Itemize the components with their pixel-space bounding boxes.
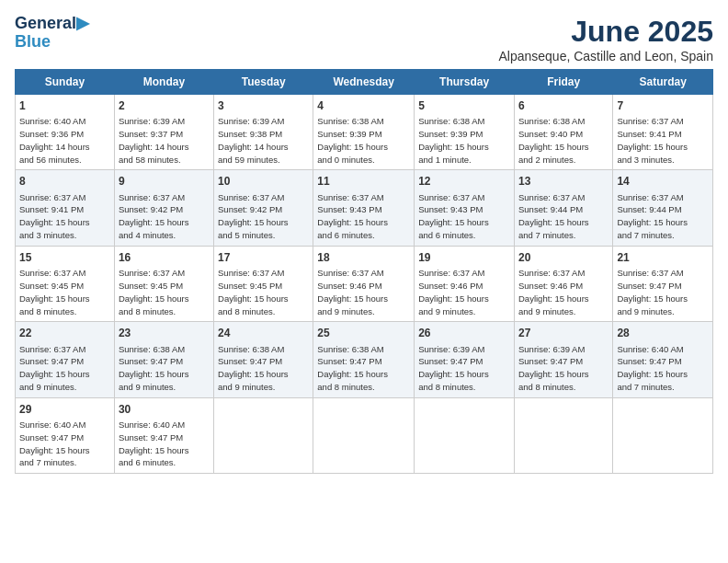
day-cell: 28Sunrise: 6:40 AM Sunset: 9:47 PM Dayli… (613, 322, 713, 397)
header-cell-saturday: Saturday (613, 70, 713, 95)
day-number: 21 (617, 250, 709, 265)
day-cell: 24Sunrise: 6:38 AM Sunset: 9:47 PM Dayli… (214, 322, 313, 397)
day-info: Sunrise: 6:37 AM Sunset: 9:45 PM Dayligh… (119, 268, 189, 316)
day-number: 19 (418, 250, 510, 265)
header-cell-thursday: Thursday (415, 70, 515, 95)
day-cell (613, 397, 713, 473)
day-info: Sunrise: 6:37 AM Sunset: 9:46 PM Dayligh… (418, 268, 489, 316)
location-subtitle: Alpanseque, Castille and Leon, Spain (498, 49, 713, 63)
day-cell: 22Sunrise: 6:37 AM Sunset: 9:47 PM Dayli… (16, 322, 115, 397)
day-number: 24 (218, 326, 309, 340)
day-number: 28 (617, 326, 709, 340)
day-info: Sunrise: 6:38 AM Sunset: 9:39 PM Dayligh… (418, 116, 489, 164)
day-number: 5 (418, 98, 510, 113)
day-cell: 29Sunrise: 6:40 AM Sunset: 9:47 PM Dayli… (16, 397, 115, 473)
day-cell: 6Sunrise: 6:38 AM Sunset: 9:40 PM Daylig… (514, 95, 612, 170)
day-info: Sunrise: 6:37 AM Sunset: 9:46 PM Dayligh… (518, 268, 589, 316)
header-cell-friday: Friday (514, 70, 612, 95)
day-cell: 14Sunrise: 6:37 AM Sunset: 9:44 PM Dayli… (613, 170, 713, 246)
day-info: Sunrise: 6:38 AM Sunset: 9:47 PM Dayligh… (218, 344, 289, 392)
month-title: June 2025 (498, 15, 713, 49)
day-cell: 3Sunrise: 6:39 AM Sunset: 9:38 PM Daylig… (214, 95, 313, 170)
day-info: Sunrise: 6:37 AM Sunset: 9:47 PM Dayligh… (617, 268, 688, 316)
day-number: 7 (617, 98, 709, 113)
logo-triangle-icon: ▶ (76, 14, 89, 32)
day-number: 22 (19, 326, 110, 340)
day-number: 29 (19, 402, 110, 417)
day-info: Sunrise: 6:37 AM Sunset: 9:41 PM Dayligh… (19, 192, 90, 240)
day-info: Sunrise: 6:37 AM Sunset: 9:41 PM Dayligh… (617, 116, 688, 164)
header-cell-monday: Monday (114, 70, 213, 95)
day-cell: 15Sunrise: 6:37 AM Sunset: 9:45 PM Dayli… (16, 246, 115, 321)
week-row-1: 1Sunrise: 6:40 AM Sunset: 9:36 PM Daylig… (16, 95, 713, 170)
day-number: 8 (19, 174, 110, 189)
logo-text-line2: Blue (15, 33, 51, 52)
day-cell: 7Sunrise: 6:37 AM Sunset: 9:41 PM Daylig… (613, 95, 713, 170)
week-row-3: 15Sunrise: 6:37 AM Sunset: 9:45 PM Dayli… (16, 246, 713, 321)
day-number: 27 (518, 326, 609, 340)
calendar-header: SundayMondayTuesdayWednesdayThursdayFrid… (16, 70, 713, 95)
calendar-body: 1Sunrise: 6:40 AM Sunset: 9:36 PM Daylig… (16, 95, 713, 474)
day-number: 6 (518, 98, 609, 113)
day-number: 12 (418, 174, 510, 189)
day-cell: 16Sunrise: 6:37 AM Sunset: 9:45 PM Dayli… (114, 246, 213, 321)
day-info: Sunrise: 6:40 AM Sunset: 9:47 PM Dayligh… (19, 419, 90, 467)
day-number: 30 (119, 402, 210, 417)
day-cell: 18Sunrise: 6:37 AM Sunset: 9:46 PM Dayli… (313, 246, 415, 321)
day-info: Sunrise: 6:39 AM Sunset: 9:47 PM Dayligh… (518, 344, 589, 392)
day-number: 4 (317, 98, 410, 113)
day-info: Sunrise: 6:37 AM Sunset: 9:43 PM Dayligh… (317, 192, 388, 240)
day-number: 10 (218, 174, 309, 189)
day-cell: 8Sunrise: 6:37 AM Sunset: 9:41 PM Daylig… (16, 170, 115, 246)
header-cell-sunday: Sunday (16, 70, 115, 95)
header-cell-wednesday: Wednesday (313, 70, 415, 95)
header-cell-tuesday: Tuesday (214, 70, 313, 95)
day-cell: 20Sunrise: 6:37 AM Sunset: 9:46 PM Dayli… (514, 246, 612, 321)
day-cell: 9Sunrise: 6:37 AM Sunset: 9:42 PM Daylig… (114, 170, 213, 246)
day-cell: 19Sunrise: 6:37 AM Sunset: 9:46 PM Dayli… (415, 246, 515, 321)
day-cell: 23Sunrise: 6:38 AM Sunset: 9:47 PM Dayli… (114, 322, 213, 397)
day-cell (415, 397, 515, 473)
day-number: 11 (317, 174, 410, 189)
day-info: Sunrise: 6:37 AM Sunset: 9:45 PM Dayligh… (19, 268, 90, 316)
day-number: 25 (317, 326, 410, 340)
day-number: 16 (119, 250, 210, 265)
day-number: 23 (119, 326, 210, 340)
day-cell: 17Sunrise: 6:37 AM Sunset: 9:45 PM Dayli… (214, 246, 313, 321)
day-cell: 4Sunrise: 6:38 AM Sunset: 9:39 PM Daylig… (313, 95, 415, 170)
day-cell: 10Sunrise: 6:37 AM Sunset: 9:42 PM Dayli… (214, 170, 313, 246)
title-block: June 2025 Alpanseque, Castille and Leon,… (498, 15, 713, 63)
day-number: 3 (218, 98, 309, 113)
day-info: Sunrise: 6:37 AM Sunset: 9:45 PM Dayligh… (218, 268, 289, 316)
day-cell: 30Sunrise: 6:40 AM Sunset: 9:47 PM Dayli… (114, 397, 213, 473)
header-row: SundayMondayTuesdayWednesdayThursdayFrid… (16, 70, 713, 95)
day-cell: 11Sunrise: 6:37 AM Sunset: 9:43 PM Dayli… (313, 170, 415, 246)
day-cell: 1Sunrise: 6:40 AM Sunset: 9:36 PM Daylig… (16, 95, 115, 170)
day-info: Sunrise: 6:38 AM Sunset: 9:47 PM Dayligh… (317, 344, 388, 392)
day-number: 17 (218, 250, 309, 265)
day-cell: 12Sunrise: 6:37 AM Sunset: 9:43 PM Dayli… (415, 170, 515, 246)
week-row-4: 22Sunrise: 6:37 AM Sunset: 9:47 PM Dayli… (16, 322, 713, 397)
day-info: Sunrise: 6:37 AM Sunset: 9:42 PM Dayligh… (218, 192, 289, 240)
day-info: Sunrise: 6:38 AM Sunset: 9:40 PM Dayligh… (518, 116, 589, 164)
day-info: Sunrise: 6:37 AM Sunset: 9:42 PM Dayligh… (119, 192, 189, 240)
day-cell: 25Sunrise: 6:38 AM Sunset: 9:47 PM Dayli… (313, 322, 415, 397)
day-number: 20 (518, 250, 609, 265)
day-info: Sunrise: 6:40 AM Sunset: 9:36 PM Dayligh… (19, 116, 90, 164)
day-cell: 27Sunrise: 6:39 AM Sunset: 9:47 PM Dayli… (514, 322, 612, 397)
week-row-5: 29Sunrise: 6:40 AM Sunset: 9:47 PM Dayli… (16, 397, 713, 473)
day-info: Sunrise: 6:37 AM Sunset: 9:47 PM Dayligh… (19, 344, 90, 392)
week-row-2: 8Sunrise: 6:37 AM Sunset: 9:41 PM Daylig… (16, 170, 713, 246)
day-number: 1 (19, 98, 110, 113)
day-info: Sunrise: 6:37 AM Sunset: 9:43 PM Dayligh… (418, 192, 489, 240)
day-info: Sunrise: 6:39 AM Sunset: 9:38 PM Dayligh… (218, 116, 289, 164)
day-info: Sunrise: 6:38 AM Sunset: 9:47 PM Dayligh… (119, 344, 189, 392)
day-cell: 21Sunrise: 6:37 AM Sunset: 9:47 PM Dayli… (613, 246, 713, 321)
day-info: Sunrise: 6:37 AM Sunset: 9:44 PM Dayligh… (518, 192, 589, 240)
day-number: 2 (119, 98, 210, 113)
day-cell: 2Sunrise: 6:39 AM Sunset: 9:37 PM Daylig… (114, 95, 213, 170)
day-info: Sunrise: 6:37 AM Sunset: 9:46 PM Dayligh… (317, 268, 388, 316)
day-cell (214, 397, 313, 473)
page-header: General▶ Blue June 2025 Alpanseque, Cast… (15, 15, 713, 63)
day-cell: 5Sunrise: 6:38 AM Sunset: 9:39 PM Daylig… (415, 95, 515, 170)
